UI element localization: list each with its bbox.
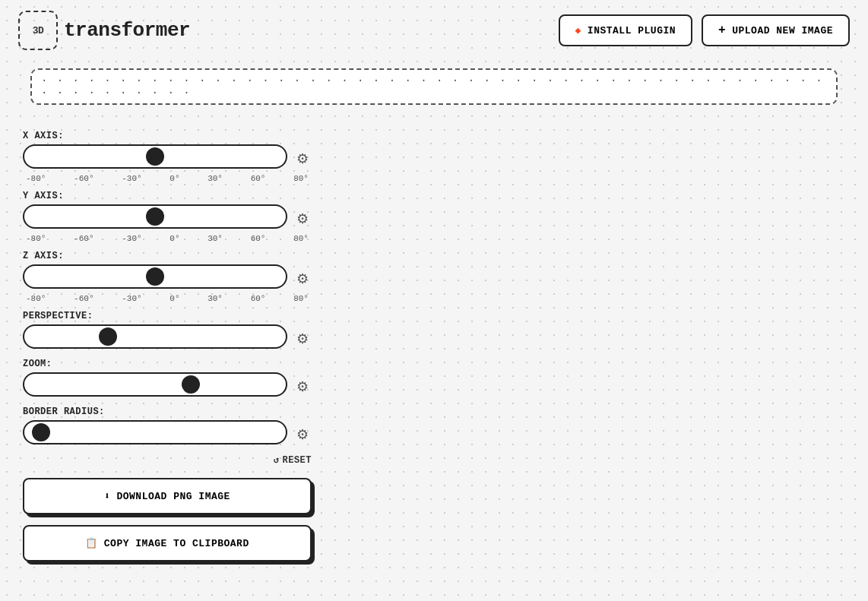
preview-area: · · · · · · · · · · · · · · · · · · · · …	[15, 61, 853, 112]
gear-icon: ⚙	[296, 378, 309, 395]
download-png-button[interactable]: ⬇ DOWNLOAD PNG IMAGE	[23, 478, 312, 514]
y-axis-scale-labels: -80° -60° -30° 0° 30° 60° 80°	[23, 232, 312, 245]
gear-icon: ⚙	[296, 331, 309, 347]
controls-panel: X AXIS: ⚙ -80° -60° -30° 0° 30° 60° 80°	[15, 125, 319, 578]
clipboard-icon: 📋	[85, 537, 98, 549]
perspective-label: PERSPECTIVE:	[23, 311, 312, 321]
perspective-slider-row: ⚙	[23, 324, 312, 353]
y-axis-control: Y AXIS: ⚙ -80° -60° -30° 0° 30° 60° 80°	[23, 191, 312, 245]
perspective-slider-container	[23, 324, 287, 353]
y-axis-slider-row: ⚙	[23, 204, 312, 232]
install-plugin-button[interactable]: ◆ INSTALL PLUGIN	[559, 14, 693, 46]
border-radius-slider-row: ⚙	[23, 420, 312, 448]
y-axis-slider[interactable]	[23, 204, 287, 229]
download-icon: ⬇	[104, 490, 110, 502]
copy-clipboard-button[interactable]: 📋 COPY IMAGE TO CLIPBOARD	[23, 525, 312, 561]
z-axis-slider-container	[23, 264, 287, 293]
x-axis-slider[interactable]	[23, 144, 287, 169]
gear-icon: ⚙	[296, 426, 309, 443]
footer: Built by Jim Raptis the founder behind B…	[0, 590, 868, 601]
x-axis-gear-button[interactable]: ⚙	[293, 147, 312, 170]
reset-icon: ↺	[274, 454, 280, 466]
z-axis-slider[interactable]	[23, 264, 287, 289]
zoom-slider-row: ⚙	[23, 372, 312, 400]
z-axis-control: Z AXIS: ⚙ -80° -60° -30° 0° 30° 60° 80°	[23, 251, 312, 305]
zoom-slider[interactable]	[23, 372, 287, 397]
border-radius-label: BORDER RADIUS:	[23, 406, 312, 417]
preview-image-container: · · · · · · · · · · · · · · · · · · · · …	[30, 68, 838, 105]
zoom-slider-container	[23, 372, 287, 400]
perspective-slider[interactable]	[23, 324, 287, 349]
border-radius-control: BORDER RADIUS: ⚙	[23, 406, 312, 448]
x-axis-slider-row: ⚙	[23, 144, 312, 172]
perspective-gear-button[interactable]: ⚙	[293, 327, 312, 350]
z-axis-label: Z AXIS:	[23, 251, 312, 261]
zoom-gear-button[interactable]: ⚙	[293, 375, 312, 398]
x-axis-label: X AXIS:	[23, 131, 312, 141]
header-buttons: ◆ INSTALL PLUGIN + UPLOAD NEW IMAGE	[559, 14, 850, 46]
logo-box: 3D	[18, 11, 58, 50]
figma-icon: ◆	[575, 24, 581, 36]
zoom-label: ZOOM:	[23, 359, 312, 369]
x-axis-scale-labels: -80° -60° -30° 0° 30° 60° 80°	[23, 172, 312, 185]
gear-icon: ⚙	[296, 150, 309, 167]
x-axis-control: X AXIS: ⚙ -80° -60° -30° 0° 30° 60° 80°	[23, 131, 312, 185]
logo: 3D transformer	[18, 11, 190, 50]
main-content: X AXIS: ⚙ -80° -60° -30° 0° 30° 60° 80°	[0, 112, 868, 590]
border-radius-gear-button[interactable]: ⚙	[293, 423, 312, 446]
upload-new-image-button[interactable]: + UPLOAD NEW IMAGE	[702, 14, 850, 46]
canvas-area	[319, 125, 853, 578]
border-radius-slider-container	[23, 420, 287, 448]
y-axis-label: Y AXIS:	[23, 191, 312, 201]
reset-button[interactable]: ↺ RESET	[274, 454, 312, 466]
perspective-control: PERSPECTIVE: ⚙	[23, 311, 312, 353]
zoom-control: ZOOM: ⚙	[23, 359, 312, 400]
z-axis-gear-button[interactable]: ⚙	[293, 267, 312, 290]
gear-icon: ⚙	[296, 270, 309, 287]
z-axis-scale-labels: -80° -60° -30° 0° 30° 60° 80°	[23, 293, 312, 305]
x-axis-slider-container	[23, 144, 287, 172]
y-axis-slider-container	[23, 204, 287, 232]
reset-row: ↺ RESET	[23, 454, 312, 466]
header: 3D transformer ◆ INSTALL PLUGIN + UPLOAD…	[0, 0, 868, 61]
border-radius-slider[interactable]	[23, 420, 287, 444]
plus-icon: +	[718, 24, 726, 37]
preview-dots: · · · · · · · · · · · · · · · · · · · · …	[41, 74, 827, 99]
z-axis-slider-row: ⚙	[23, 264, 312, 293]
logo-text: transformer	[64, 19, 190, 42]
gear-icon: ⚙	[296, 210, 309, 227]
y-axis-gear-button[interactable]: ⚙	[293, 207, 312, 230]
